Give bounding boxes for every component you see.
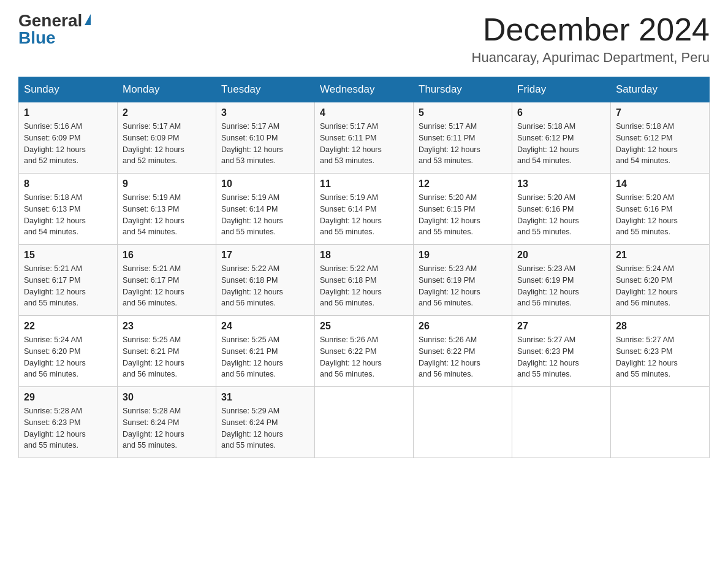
day-number: 2 [123,107,211,118]
calendar-cell: 16 Sunrise: 5:21 AM Sunset: 6:17 PM Dayl… [118,245,216,316]
day-info: Sunrise: 5:17 AM Sunset: 6:11 PM Dayligh… [419,121,507,167]
day-number: 7 [616,107,704,118]
day-info: Sunrise: 5:27 AM Sunset: 6:23 PM Dayligh… [616,334,704,380]
day-info: Sunrise: 5:24 AM Sunset: 6:20 PM Dayligh… [616,263,704,309]
day-info: Sunrise: 5:25 AM Sunset: 6:21 PM Dayligh… [123,334,211,380]
day-info: Sunrise: 5:19 AM Sunset: 6:13 PM Dayligh… [123,192,211,238]
day-info: Sunrise: 5:20 AM Sunset: 6:15 PM Dayligh… [419,192,507,238]
day-number: 3 [221,107,309,118]
calendar-cell: 29 Sunrise: 5:28 AM Sunset: 6:23 PM Dayl… [19,387,118,458]
day-info: Sunrise: 5:17 AM Sunset: 6:09 PM Dayligh… [123,121,211,167]
calendar-cell: 25 Sunrise: 5:26 AM Sunset: 6:22 PM Dayl… [315,316,414,387]
calendar-cell: 23 Sunrise: 5:25 AM Sunset: 6:21 PM Dayl… [118,316,216,387]
day-info: Sunrise: 5:21 AM Sunset: 6:17 PM Dayligh… [123,263,211,309]
day-info: Sunrise: 5:19 AM Sunset: 6:14 PM Dayligh… [320,192,408,238]
day-info: Sunrise: 5:18 AM Sunset: 6:13 PM Dayligh… [24,192,112,238]
calendar-cell: 30 Sunrise: 5:28 AM Sunset: 6:24 PM Dayl… [118,387,216,458]
calendar-cell: 14 Sunrise: 5:20 AM Sunset: 6:16 PM Dayl… [611,174,710,245]
day-info: Sunrise: 5:27 AM Sunset: 6:23 PM Dayligh… [517,334,605,380]
calendar-week-row: 15 Sunrise: 5:21 AM Sunset: 6:17 PM Dayl… [19,245,710,316]
day-number: 12 [419,178,507,190]
day-number: 23 [123,321,211,332]
day-number: 28 [616,321,704,332]
weekday-header-tuesday: Tuesday [216,77,315,102]
calendar-cell: 2 Sunrise: 5:17 AM Sunset: 6:09 PM Dayli… [118,102,216,174]
day-number: 8 [24,178,112,190]
day-info: Sunrise: 5:23 AM Sunset: 6:19 PM Dayligh… [419,263,507,309]
weekday-header-sunday: Sunday [19,77,118,102]
day-info: Sunrise: 5:22 AM Sunset: 6:18 PM Dayligh… [221,263,309,309]
weekday-header-friday: Friday [512,77,611,102]
calendar-cell: 15 Sunrise: 5:21 AM Sunset: 6:17 PM Dayl… [19,245,118,316]
day-info: Sunrise: 5:26 AM Sunset: 6:22 PM Dayligh… [419,334,507,380]
weekday-header-monday: Monday [118,77,216,102]
weekday-header-saturday: Saturday [611,77,710,102]
day-number: 19 [419,250,507,261]
calendar-cell: 4 Sunrise: 5:17 AM Sunset: 6:11 PM Dayli… [315,102,414,174]
calendar-cell: 13 Sunrise: 5:20 AM Sunset: 6:16 PM Dayl… [512,174,611,245]
day-number: 16 [123,250,211,261]
day-number: 26 [419,321,507,332]
calendar-cell: 22 Sunrise: 5:24 AM Sunset: 6:20 PM Dayl… [19,316,118,387]
day-number: 14 [616,178,704,190]
calendar-cell: 11 Sunrise: 5:19 AM Sunset: 6:14 PM Dayl… [315,174,414,245]
calendar-cell: 6 Sunrise: 5:18 AM Sunset: 6:12 PM Dayli… [512,102,611,174]
day-number: 27 [517,321,605,332]
calendar-cell: 1 Sunrise: 5:16 AM Sunset: 6:09 PM Dayli… [19,102,118,174]
logo-blue-text: Blue [18,29,56,47]
logo-triangle-icon [85,14,91,25]
day-info: Sunrise: 5:19 AM Sunset: 6:14 PM Dayligh… [221,192,309,238]
weekday-header-row: SundayMondayTuesdayWednesdayThursdayFrid… [19,77,710,102]
month-title: December 2024 [472,12,710,47]
day-info: Sunrise: 5:28 AM Sunset: 6:23 PM Dayligh… [24,405,112,451]
day-info: Sunrise: 5:24 AM Sunset: 6:20 PM Dayligh… [24,334,112,380]
day-info: Sunrise: 5:20 AM Sunset: 6:16 PM Dayligh… [517,192,605,238]
day-info: Sunrise: 5:17 AM Sunset: 6:11 PM Dayligh… [320,121,408,167]
calendar-cell: 19 Sunrise: 5:23 AM Sunset: 6:19 PM Dayl… [414,245,512,316]
day-number: 15 [24,250,112,261]
calendar-cell: 27 Sunrise: 5:27 AM Sunset: 6:23 PM Dayl… [512,316,611,387]
day-number: 18 [320,250,408,261]
calendar-cell: 7 Sunrise: 5:18 AM Sunset: 6:12 PM Dayli… [611,102,710,174]
day-number: 17 [221,250,309,261]
calendar-cell: 10 Sunrise: 5:19 AM Sunset: 6:14 PM Dayl… [216,174,315,245]
page-header: General Blue December 2024 Huancaray, Ap… [18,12,710,66]
calendar-cell: 21 Sunrise: 5:24 AM Sunset: 6:20 PM Dayl… [611,245,710,316]
logo: General Blue [18,12,91,47]
calendar-header: SundayMondayTuesdayWednesdayThursdayFrid… [19,77,710,102]
calendar-cell: 17 Sunrise: 5:22 AM Sunset: 6:18 PM Dayl… [216,245,315,316]
day-number: 5 [419,107,507,118]
day-number: 13 [517,178,605,190]
calendar-cell: 24 Sunrise: 5:25 AM Sunset: 6:21 PM Dayl… [216,316,315,387]
calendar-cell [611,387,710,458]
calendar-cell [512,387,611,458]
calendar-cell: 3 Sunrise: 5:17 AM Sunset: 6:10 PM Dayli… [216,102,315,174]
logo-general-text: General [18,12,82,29]
weekday-header-thursday: Thursday [414,77,512,102]
day-number: 10 [221,178,309,190]
location-title: Huancaray, Apurimac Department, Peru [472,50,710,66]
day-number: 31 [221,392,309,403]
day-number: 1 [24,107,112,118]
calendar-cell: 8 Sunrise: 5:18 AM Sunset: 6:13 PM Dayli… [19,174,118,245]
calendar-week-row: 1 Sunrise: 5:16 AM Sunset: 6:09 PM Dayli… [19,102,710,174]
day-info: Sunrise: 5:17 AM Sunset: 6:10 PM Dayligh… [221,121,309,167]
calendar-week-row: 8 Sunrise: 5:18 AM Sunset: 6:13 PM Dayli… [19,174,710,245]
day-number: 30 [123,392,211,403]
calendar-cell [414,387,512,458]
day-number: 29 [24,392,112,403]
day-number: 24 [221,321,309,332]
calendar-cell: 5 Sunrise: 5:17 AM Sunset: 6:11 PM Dayli… [414,102,512,174]
day-info: Sunrise: 5:20 AM Sunset: 6:16 PM Dayligh… [616,192,704,238]
calendar-week-row: 29 Sunrise: 5:28 AM Sunset: 6:23 PM Dayl… [19,387,710,458]
day-number: 22 [24,321,112,332]
calendar-cell [315,387,414,458]
day-info: Sunrise: 5:18 AM Sunset: 6:12 PM Dayligh… [616,121,704,167]
day-number: 20 [517,250,605,261]
calendar-cell: 28 Sunrise: 5:27 AM Sunset: 6:23 PM Dayl… [611,316,710,387]
calendar-body: 1 Sunrise: 5:16 AM Sunset: 6:09 PM Dayli… [19,102,710,458]
day-number: 25 [320,321,408,332]
calendar-cell: 18 Sunrise: 5:22 AM Sunset: 6:18 PM Dayl… [315,245,414,316]
day-number: 4 [320,107,408,118]
day-number: 9 [123,178,211,190]
